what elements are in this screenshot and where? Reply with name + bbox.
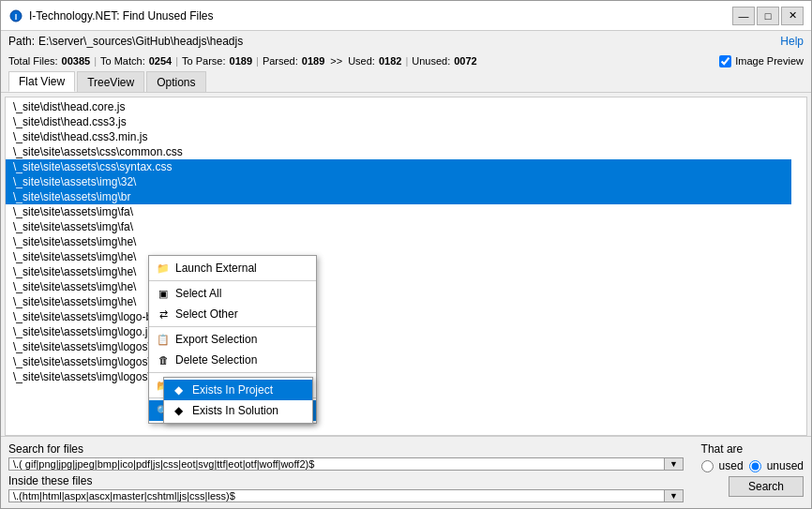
submenu-item-exists-solution[interactable]: ◆ Exists In Solution	[164, 400, 312, 421]
list-item[interactable]: \_site\site\assets\img\logo.jpg	[6, 324, 791, 339]
window-controls: — □ ✕	[732, 7, 804, 25]
tab-options[interactable]: Options	[146, 71, 205, 92]
list-item[interactable]: \_site\site\assets\img\he\	[6, 264, 791, 279]
total-value: 00385	[62, 55, 91, 67]
list-item[interactable]: \_site\site\assets\img\he\	[6, 294, 791, 309]
submenu-item-exists-project[interactable]: ◆ Exists In Project	[164, 380, 312, 400]
title-bar: I I-Technology.NET: Find Unused Files — …	[1, 1, 811, 31]
inside-files-dropdown[interactable]: ▼	[664, 490, 683, 502]
search-files-label: Search for files	[8, 442, 684, 456]
path-label: Path:	[8, 35, 35, 48]
to-parse-value: 0189	[230, 55, 252, 67]
radio-unused[interactable]	[749, 460, 761, 472]
launch-icon: 📁	[155, 260, 172, 277]
inside-files-input[interactable]	[9, 490, 664, 502]
left-inputs: Search for files ▼ Inside these files ▼	[8, 442, 684, 502]
list-item[interactable]: \_site\site\assets\img\logos\head-empty.…	[6, 369, 791, 384]
tab-flat-view[interactable]: Flat View	[8, 71, 75, 92]
list-item[interactable]: \_site\site\assets\css\common.css	[6, 144, 791, 159]
main-window: I I-Technology.NET: Find Unused Files — …	[0, 0, 812, 509]
to-match-label: To Match:	[100, 55, 145, 67]
window-title: I-Technology.NET: Find Unused Files	[29, 9, 732, 22]
radio-unused-label: unused	[767, 459, 804, 472]
tabs-bar: Flat View TreeView Options	[1, 70, 811, 93]
list-item[interactable]: \_site\site\assets\img\fa\	[6, 219, 791, 234]
select-all-icon: ▣	[155, 285, 172, 302]
help-button[interactable]: Help	[780, 35, 804, 48]
path-row: Path: E:\server\_sources\GitHub\headjs\h…	[8, 35, 243, 48]
menu-item-export[interactable]: 📋 Export Selection	[149, 329, 316, 350]
close-button[interactable]: ✕	[781, 7, 804, 25]
unused-label: Unused:	[412, 55, 450, 67]
list-item[interactable]: \_site\site\assets\img\logos\32x32.png	[6, 339, 791, 354]
minimize-button[interactable]: —	[732, 7, 755, 25]
main-content: \_site\dist\head.core.js \_site\dist\hea…	[5, 97, 807, 436]
radio-used-label: used	[719, 459, 744, 472]
inside-files-container: ▼	[8, 489, 684, 502]
list-item[interactable]: \_site\site\assets\img\fa\	[6, 204, 791, 219]
svg-text:I: I	[15, 12, 18, 22]
used-value: 0182	[379, 55, 401, 67]
list-item[interactable]: \_site\dist\head.css3.min.js	[6, 129, 791, 144]
exists-project-icon: ◆	[170, 383, 187, 397]
menu-separator-2	[149, 326, 316, 327]
delete-icon: 🗑	[155, 352, 172, 368]
select-other-icon: ⇄	[155, 306, 172, 322]
menu-item-select-all[interactable]: ▣ Select All	[149, 283, 316, 304]
submenu: ◆ Exists In Project ◆ Exists In Solution	[163, 377, 313, 424]
right-panel: That are used unused Search	[691, 442, 804, 497]
app-icon: I	[8, 8, 23, 23]
search-button[interactable]: Search	[729, 476, 804, 497]
search-files-input[interactable]	[9, 458, 664, 470]
image-preview-checkbox[interactable]	[719, 55, 731, 67]
list-item[interactable]: \_site\dist\head.core.js	[6, 99, 791, 114]
bottom-area: Search for files ▼ Inside these files ▼	[1, 436, 811, 508]
list-item[interactable]: \_site\dist\head.css3.js	[6, 114, 791, 129]
path-value: E:\server\_sources\GitHub\headjs\headjs	[38, 35, 243, 48]
list-item[interactable]: \_site\site\assets\img\logos\favicon.gif	[6, 354, 791, 369]
menu-item-launch[interactable]: 📁 Launch External	[149, 258, 316, 278]
file-list[interactable]: \_site\dist\head.core.js \_site\dist\hea…	[6, 97, 806, 435]
to-match-value: 0254	[149, 55, 172, 67]
menu-item-delete[interactable]: 🗑 Delete Selection	[149, 350, 316, 370]
maximize-button[interactable]: □	[757, 7, 779, 25]
image-preview-label: Image Preview	[735, 55, 804, 67]
tab-tree-view[interactable]: TreeView	[77, 71, 144, 92]
search-files-dropdown[interactable]: ▼	[664, 458, 683, 470]
to-parse-label: To Parse:	[182, 55, 225, 67]
inside-files-label: Inside these files	[8, 474, 684, 487]
list-item[interactable]: \_site\site\assets\img\he\	[6, 234, 791, 249]
list-item[interactable]: \_site\site\assets\img\he\	[6, 249, 791, 264]
radio-group: used unused	[701, 459, 804, 472]
radio-used[interactable]	[701, 460, 714, 472]
list-item[interactable]: \_site\site\assets\img\br	[6, 189, 791, 204]
parsed-value: 0189	[302, 55, 324, 67]
total-label: Total Files:	[8, 55, 58, 67]
used-label: Used:	[348, 55, 375, 67]
list-item[interactable]: \_site\site\assets\img\logo-big.png	[6, 309, 791, 324]
search-files-container: ▼	[8, 457, 684, 471]
parsed-label: Parsed:	[263, 55, 298, 67]
list-item[interactable]: \_site\site\assets\img\32\	[6, 174, 791, 189]
list-item[interactable]: \_site\site\assets\css\syntax.css	[6, 159, 791, 174]
list-item[interactable]: \_site\site\assets\img\he\	[6, 279, 791, 294]
unused-value: 0072	[454, 55, 476, 67]
menu-separator-3	[149, 372, 316, 373]
exists-solution-icon: ◆	[170, 404, 187, 417]
menu-item-select-other[interactable]: ⇄ Select Other	[149, 304, 316, 324]
that-are-label: That are	[701, 442, 744, 456]
menu-separator	[149, 280, 316, 281]
export-icon: 📋	[155, 331, 172, 348]
